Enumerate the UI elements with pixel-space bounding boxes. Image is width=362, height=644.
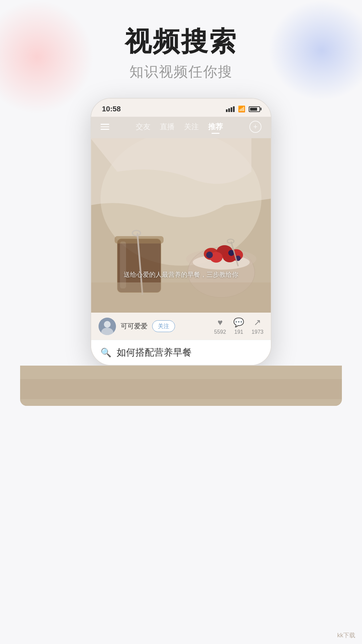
- video-caption: 送给心爱的人最营养的早餐，三步教给你: [91, 270, 271, 279]
- svg-rect-4: [120, 241, 126, 288]
- svg-rect-20: [91, 282, 271, 313]
- tab-friends[interactable]: 交友: [136, 122, 150, 132]
- svg-rect-25: [20, 379, 342, 399]
- svg-point-15: [206, 252, 213, 258]
- nav-tabs: 交友 直播 关注 推荐: [136, 122, 223, 132]
- svg-point-22: [104, 321, 111, 328]
- share-action[interactable]: ↗ 1973: [251, 317, 263, 335]
- heart-icon: ♥: [218, 317, 223, 328]
- status-time: 10:58: [102, 105, 121, 113]
- search-icon: 🔍: [101, 347, 111, 358]
- comment-count: 191: [234, 329, 243, 335]
- status-bar: 10:58 📶: [91, 99, 271, 117]
- watermark: kk下载: [337, 631, 355, 639]
- user-info: 可可爱爱 关注: [99, 318, 175, 335]
- search-query: 如何搭配营养早餐: [117, 346, 192, 359]
- header-section: 视频搜索 知识视频任你搜: [0, 0, 362, 98]
- sub-title: 知识视频任你搜: [0, 62, 362, 81]
- follow-button[interactable]: 关注: [152, 320, 175, 332]
- share-count: 1973: [251, 329, 263, 335]
- share-icon: ↗: [254, 317, 261, 328]
- tab-recommended[interactable]: 推荐: [208, 122, 223, 132]
- comment-action[interactable]: 💬 191: [233, 317, 244, 335]
- video-bottom-bar: 可可爱爱 关注 ♥ 5592 💬 191 ↗ 1973: [91, 313, 271, 340]
- search-bar[interactable]: 🔍 如何搭配营养早餐: [91, 340, 271, 365]
- signal-icon: [226, 106, 235, 112]
- nav-bar: 交友 直播 关注 推荐 +: [91, 117, 271, 138]
- comment-icon: 💬: [233, 317, 244, 328]
- tab-live[interactable]: 直播: [160, 122, 175, 132]
- main-title: 视频搜索: [0, 27, 362, 56]
- hamburger-menu-icon[interactable]: [101, 124, 109, 130]
- bottom-preview: [20, 366, 342, 406]
- wifi-icon: 📶: [238, 105, 245, 113]
- phone-frame: 10:58 📶 交友 直播 关注: [90, 98, 272, 366]
- video-background: 送给心爱的人最营养的早餐，三步教给你: [91, 138, 271, 313]
- like-count: 5592: [214, 329, 226, 335]
- video-area[interactable]: 送给心爱的人最营养的早餐，三步教给你: [91, 138, 271, 313]
- action-buttons: ♥ 5592 💬 191 ↗ 1973: [214, 317, 263, 335]
- avatar[interactable]: [99, 318, 116, 335]
- username: 可可爱爱: [121, 322, 147, 331]
- add-button[interactable]: +: [249, 121, 261, 133]
- status-icons: 📶: [226, 105, 260, 113]
- like-action[interactable]: ♥ 5592: [214, 317, 226, 335]
- preview-strip: [20, 366, 342, 406]
- tab-following[interactable]: 关注: [184, 122, 199, 132]
- phone-mockup: 10:58 📶 交友 直播 关注: [0, 98, 362, 366]
- battery-icon: [249, 106, 260, 112]
